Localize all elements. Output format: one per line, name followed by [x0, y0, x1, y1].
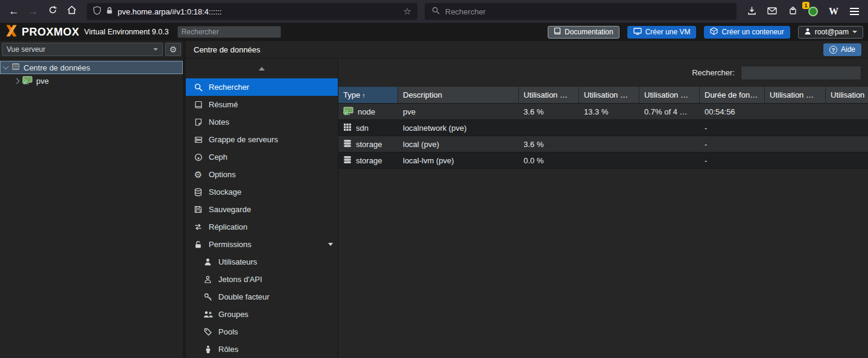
ceph-icon — [193, 153, 203, 162]
menu-item-notes[interactable]: Notes — [186, 113, 338, 131]
table-row[interactable]: storage local (pve) 3.6 % - — [338, 136, 868, 152]
tree-item-label: Centre de données — [24, 63, 90, 72]
menu-item-label: Permissions — [209, 240, 252, 249]
tree-settings-button[interactable]: ⚙ — [165, 43, 181, 56]
menu-item-cluster[interactable]: Grappe de serveurs — [186, 131, 338, 148]
search-icon — [193, 83, 203, 92]
menu-item-label: Réplication — [209, 222, 247, 231]
help-button[interactable]: ? Aide — [823, 43, 861, 56]
view-selector[interactable]: Vue serveur — [2, 43, 163, 56]
menu-item-label: Jetons d'API — [218, 275, 262, 284]
reload-button[interactable] — [43, 2, 62, 20]
tree-item-node-pve[interactable]: pve — [0, 74, 183, 87]
create-container-button[interactable]: Créer un conteneur — [704, 26, 790, 39]
green-extension-button[interactable]: 1 — [805, 4, 821, 19]
extensions-button[interactable] — [785, 4, 800, 19]
cell-description: local-lvm (pve) — [398, 152, 519, 169]
column-header-utilisation-5[interactable]: Utilisation — [826, 87, 868, 104]
browser-search[interactable]: Rechercher — [425, 3, 737, 20]
tag-icon — [203, 328, 213, 336]
column-header-uptime[interactable]: Durée de fon… — [700, 87, 765, 104]
menu-item-label: Utilisateurs — [218, 257, 257, 266]
chevron-collapsed-icon[interactable] — [14, 78, 20, 84]
table-row[interactable]: sdn localnetwork (pve) - — [338, 120, 868, 136]
results-grid: Type↑ Description Utilisation … Utilisat… — [338, 87, 868, 169]
cell-uptime: - — [700, 120, 765, 136]
cell-utilisation-3 — [639, 136, 700, 152]
menu-item-permissions[interactable]: Permissions — [186, 236, 338, 253]
menu-button[interactable] — [846, 4, 862, 19]
hamburger-icon — [850, 8, 859, 15]
back-button[interactable]: ← — [5, 2, 23, 20]
forward-button[interactable]: → — [24, 2, 42, 20]
table-row[interactable]: storage local-lvm (pve) 0.0 % - — [338, 152, 868, 169]
menu-item-jetons-api[interactable]: Jetons d'API — [186, 271, 338, 288]
reload-icon — [48, 5, 57, 17]
question-icon: ? — [829, 46, 837, 54]
menu-item-ceph[interactable]: Ceph — [186, 148, 338, 166]
chevron-down-icon[interactable] — [328, 243, 333, 246]
menu-item-options[interactable]: ⚙ Options — [186, 166, 338, 183]
cell-type: sdn — [356, 124, 369, 133]
downloads-button[interactable] — [744, 4, 759, 19]
menu-item-label: Sauvegarde — [209, 205, 251, 214]
column-header-description[interactable]: Description — [398, 87, 519, 104]
main-panel: Centre de données ? Aide Rechercher Résu… — [186, 41, 868, 358]
table-row[interactable]: node pve 3.6 % 13.3 % 0.7% of 4 … 00:54:… — [338, 104, 868, 120]
tree-item-datacenter[interactable]: Centre de données — [0, 61, 183, 74]
header-actions: Documentation Créer une VM Créer un cont… — [548, 26, 863, 39]
brand: PROXMOX Virtual Environment 9.0.3 — [5, 25, 169, 39]
menu-item-label: Ceph — [209, 152, 227, 162]
menu-item-label: Résumé — [209, 100, 238, 109]
brand-version: Virtual Environment 9.0.3 — [84, 28, 169, 36]
tree-item-label: pve — [36, 77, 49, 86]
chevron-expanded-icon[interactable] — [3, 64, 9, 70]
chevron-down-icon — [852, 31, 857, 33]
column-header-type[interactable]: Type↑ — [338, 87, 398, 104]
cell-utilisation-2 — [579, 152, 639, 169]
cell-utilisation-2 — [579, 120, 639, 136]
menu-item-replication[interactable]: Réplication — [186, 218, 338, 236]
column-header-utilisation-2[interactable]: Utilisation … — [579, 87, 639, 104]
column-header-utilisation-1[interactable]: Utilisation … — [519, 87, 579, 104]
user-menu-button[interactable]: root@pam — [798, 26, 863, 39]
menu-item-roles[interactable]: Rôles — [186, 341, 338, 358]
menu-item-resume[interactable]: Résumé — [186, 96, 338, 113]
gear-icon: ⚙ — [169, 45, 177, 54]
mail-extension-button[interactable] — [764, 4, 780, 19]
retweet-icon — [193, 223, 203, 231]
search-content: Rechercher: Type↑ Description — [338, 58, 868, 358]
menu-scroll-up[interactable] — [186, 58, 338, 78]
menu-item-rechercher[interactable]: Rechercher — [186, 78, 338, 96]
menu-item-sauvegarde[interactable]: Sauvegarde — [186, 201, 338, 218]
column-header-utilisation-3[interactable]: Utilisation … — [639, 87, 700, 104]
documentation-button[interactable]: Documentation — [548, 26, 619, 39]
wikipedia-extension-button[interactable]: W — [826, 4, 841, 19]
menu-item-double-facteur[interactable]: Double facteur — [186, 288, 338, 306]
pve-header: PROXMOX Virtual Environment 9.0.3 Docume… — [0, 23, 868, 41]
menu-item-pools[interactable]: Pools — [186, 323, 338, 341]
global-search-input[interactable] — [177, 26, 281, 38]
key-icon — [203, 293, 213, 301]
create-container-label: Créer un conteneur — [721, 28, 784, 36]
tree-toolbar: Vue serveur ⚙ — [0, 41, 183, 58]
chevron-down-icon — [153, 48, 158, 51]
shield-icon — [93, 6, 101, 17]
green-extension-icon — [808, 7, 818, 16]
menu-item-utilisateurs[interactable]: Utilisateurs — [186, 253, 338, 271]
bookmark-star-icon[interactable]: ☆ — [404, 6, 411, 17]
cell-utilisation-1: 0.0 % — [519, 152, 579, 169]
url-bar[interactable]: pve.home.arpa/#v1:0:18:4:::::: ☆ — [87, 3, 417, 20]
menu-item-stockage[interactable]: Stockage — [186, 183, 338, 201]
filter-input[interactable] — [741, 66, 861, 80]
storage-icon — [343, 155, 352, 166]
mail-icon — [767, 7, 777, 16]
column-header-utilisation-4[interactable]: Utilisation … — [765, 87, 826, 104]
menu-item-groupes[interactable]: Groupes — [186, 306, 338, 323]
cell-utilisation-4 — [765, 120, 826, 136]
cell-utilisation-5 — [826, 120, 868, 136]
create-vm-button[interactable]: Créer une VM — [627, 26, 697, 39]
cell-utilisation-2 — [579, 136, 639, 152]
home-button[interactable] — [63, 2, 81, 20]
browser-actions: 1 W — [744, 4, 862, 19]
